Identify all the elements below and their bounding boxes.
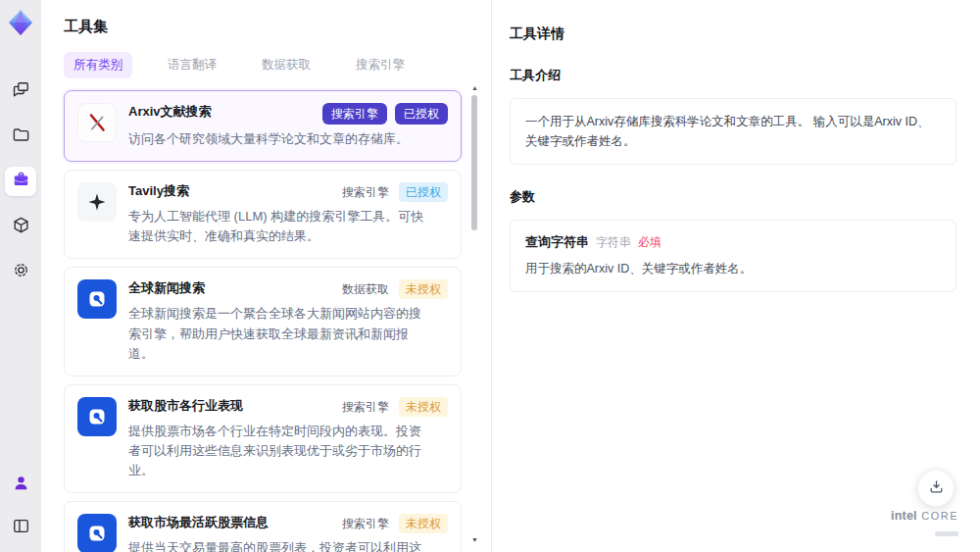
tool-badges: 数据获取未授权 — [334, 279, 448, 299]
param-name: 查询字符串 — [525, 233, 589, 251]
sidebar-item-account[interactable] — [5, 470, 36, 499]
panel-toggle-icon — [12, 517, 30, 538]
sidebar-rail — [0, 0, 41, 552]
tool-card-body: 获取市场最活跃股票信息搜索引擎未授权提供当天交易量最高的股票列表，投资者可以利用… — [128, 514, 448, 552]
folder-icon — [12, 125, 30, 147]
user-icon — [12, 474, 30, 495]
chat-icon — [12, 80, 30, 102]
category-tab-2[interactable]: 数据获取 — [252, 52, 320, 78]
tool-description: 专为人工智能代理 (LLM) 构建的搜索引擎工具。可快速提供实时、准确和真实的结… — [128, 207, 448, 246]
brand-core: CORE — [921, 510, 958, 522]
tool-badges: 搜索引擎未授权 — [334, 397, 448, 417]
tavily-star-icon — [77, 182, 117, 222]
params-section-title: 参数 — [510, 188, 956, 206]
sidebar-bottom — [5, 470, 36, 542]
sidebar-item-chat[interactable] — [5, 76, 36, 106]
intro-text: 一个用于从Arxiv存储库搜索科学论文和文章的工具。 输入可以是Arxiv ID… — [525, 112, 941, 151]
tool-card-body: Tavily搜索搜索引擎已授权专为人工智能代理 (LLM) 构建的搜索引擎工具。… — [128, 182, 448, 246]
category-badge: 数据获取 — [342, 283, 389, 295]
sidebar-nav — [5, 76, 36, 286]
tool-description: 提供股票市场各个行业在特定时间段内的表现。投资者可以利用这些信息来识别表现优于或… — [128, 422, 448, 480]
tool-card-body: 获取股市各行业表现搜索引擎未授权提供股票市场各个行业在特定时间段内的表现。投资者… — [128, 397, 448, 480]
tool-card-body: Arxiv文献搜索搜索引擎已授权访问各个研究领域大量科学论文和文章的存储库。 — [128, 103, 448, 149]
news-search-icon — [77, 279, 117, 319]
sidebar-item-packages[interactable] — [5, 212, 36, 241]
intel-core-logo: intel CORE — [891, 506, 958, 540]
download-icon — [928, 478, 945, 498]
tool-description: 提供当天交易量最高的股票列表，投资者可以利用这些信息来识别流动性强的股票和潜在的… — [128, 538, 448, 552]
auth-status-badge: 未授权 — [399, 514, 448, 533]
detail-title: 工具详情 — [510, 25, 956, 43]
news-search-icon — [77, 514, 117, 552]
scrollbar-thumb[interactable] — [471, 95, 477, 230]
tool-description: 全球新闻搜索是一个聚合全球各大新闻网站内容的搜索引擎，帮助用户快速获取全球最新资… — [128, 304, 448, 363]
app-window: 工具集 所有类别语言翻译数据获取搜索引擎 Arxiv文献搜索搜索引擎已授权访问各… — [0, 0, 980, 552]
params-box: 查询字符串字符串必填用于搜索的Arxiv ID、关键字或作者姓名。 — [510, 220, 956, 292]
tool-card-4[interactable]: 获取市场最活跃股票信息搜索引擎未授权提供当天交易量最高的股票列表，投资者可以利用… — [64, 501, 462, 552]
param-description: 用于搜索的Arxiv ID、关键字或作者姓名。 — [525, 260, 941, 278]
tool-card-2[interactable]: 全球新闻搜索数据获取未授权全球新闻搜索是一个聚合全球各大新闻网站内容的搜索引擎，… — [64, 267, 462, 376]
tool-detail-panel: 工具详情 工具介绍 一个用于从Arxiv存储库搜索科学论文和文章的工具。 输入可… — [492, 0, 980, 552]
news-search-icon — [77, 397, 117, 436]
cube-icon — [12, 216, 30, 237]
tool-name: 获取市场最活跃股票信息 — [128, 514, 269, 531]
arxiv-logo-icon — [77, 103, 117, 142]
tool-name: Arxiv文献搜索 — [128, 103, 212, 121]
tool-card-3[interactable]: 获取股市各行业表现搜索引擎未授权提供股票市场各个行业在特定时间段内的表现。投资者… — [64, 384, 462, 493]
scrollbar-up-icon[interactable]: ▲ — [470, 84, 479, 92]
category-tabs: 所有类别语言翻译数据获取搜索引擎 — [64, 52, 462, 78]
category-tab-1[interactable]: 语言翻译 — [158, 52, 226, 78]
scrollbar-down-icon[interactable]: ▼ — [470, 536, 479, 544]
gear-icon — [12, 261, 30, 282]
sidebar-item-settings[interactable] — [5, 257, 36, 286]
page-title: 工具集 — [64, 18, 462, 36]
tool-card-body: 全球新闻搜索数据获取未授权全球新闻搜索是一个聚合全球各大新闻网站内容的搜索引擎，… — [128, 279, 448, 363]
tool-badges: 搜索引擎已授权 — [334, 182, 448, 202]
category-tab-0[interactable]: 所有类别 — [64, 52, 132, 78]
app-logo-icon — [6, 8, 35, 37]
brand-intel: intel — [891, 509, 917, 523]
intro-section-title: 工具介绍 — [510, 67, 956, 84]
download-button[interactable] — [917, 470, 955, 507]
category-badge: 搜索引擎 — [342, 186, 389, 198]
auth-status-badge: 未授权 — [399, 279, 448, 299]
brand-sub-badge — [935, 531, 958, 536]
sidebar-item-tools[interactable] — [5, 167, 36, 196]
sidebar-item-files[interactable] — [5, 122, 36, 151]
tool-name: 全球新闻搜索 — [128, 279, 205, 297]
tool-card-0[interactable]: Arxiv文献搜索搜索引擎已授权访问各个研究领域大量科学论文和文章的存储库。 — [64, 90, 462, 162]
category-badge: 搜索引擎 — [342, 518, 389, 529]
tool-name: 获取股市各行业表现 — [128, 397, 243, 415]
briefcase-icon — [12, 171, 30, 192]
auth-status-badge: 已授权 — [399, 182, 448, 202]
category-badge: 搜索引擎 — [322, 103, 387, 125]
tools-panel: 工具集 所有类别语言翻译数据获取搜索引擎 Arxiv文献搜索搜索引擎已授权访问各… — [41, 0, 492, 552]
sidebar-item-collapse[interactable] — [5, 513, 36, 542]
tool-badges: 搜索引擎已授权 — [315, 103, 448, 125]
tool-description: 访问各个研究领域大量科学论文和文章的存储库。 — [128, 129, 448, 149]
tool-badges: 搜索引擎未授权 — [334, 514, 448, 533]
tool-list: Arxiv文献搜索搜索引擎已授权访问各个研究领域大量科学论文和文章的存储库。Ta… — [64, 90, 462, 552]
auth-status-badge: 已授权 — [395, 103, 448, 125]
auth-status-badge: 未授权 — [399, 397, 448, 417]
param-row-0: 查询字符串字符串必填用于搜索的Arxiv ID、关键字或作者姓名。 — [525, 233, 941, 278]
tool-card-1[interactable]: Tavily搜索搜索引擎已授权专为人工智能代理 (LLM) 构建的搜索引擎工具。… — [64, 170, 462, 259]
list-scrollbar[interactable]: ▲ ▼ — [470, 86, 479, 544]
param-required-flag: 必填 — [638, 234, 662, 251]
category-tab-3[interactable]: 搜索引擎 — [346, 52, 415, 78]
tool-intro-box: 一个用于从Arxiv存储库搜索科学论文和文章的工具。 输入可以是Arxiv ID… — [510, 98, 956, 165]
param-type: 字符串 — [596, 234, 631, 251]
tool-name: Tavily搜索 — [128, 182, 189, 200]
category-badge: 搜索引擎 — [342, 401, 389, 413]
